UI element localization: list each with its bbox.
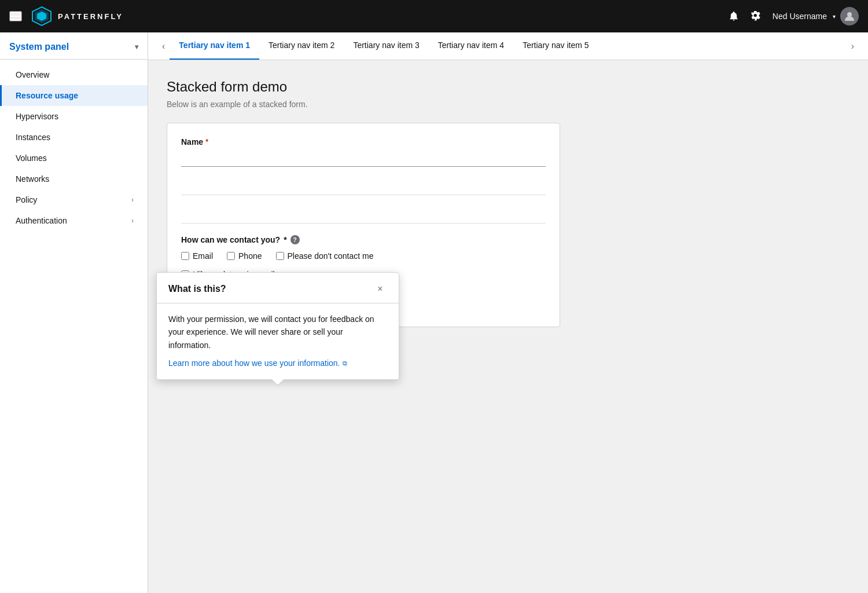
sidebar-title[interactable]: System panel ▾ [0,32,148,60]
page-title: Stacked form demo [167,79,849,95]
sidebar-nav: Overview Resource usage Hypervisors Inst… [0,60,148,236]
tertiary-nav-items: Tertiary nav item 1 Tertiary nav item 2 … [170,32,846,60]
hamburger-button[interactable] [9,11,22,21]
authentication-expand-icon: › [131,217,134,225]
sidebar-item-instances[interactable]: Instances [0,127,148,148]
checkbox-phone-label: Phone [238,251,262,261]
popover-header: What is this? × [157,273,399,303]
form-group-field2 [181,178,546,195]
avatar-icon [844,10,855,22]
logo-text: PATTERNFLY [58,12,123,21]
popover-link-text: Learn more about how we use your informa… [168,358,340,368]
external-link-icon: ⧉ [343,360,347,367]
popover-title: What is this? [168,284,226,294]
checkbox-email-input[interactable] [181,252,189,260]
tertiary-nav-item-5[interactable]: Tertiary nav item 5 [513,32,598,60]
layout: System panel ▾ Overview Resource usage H… [0,32,868,593]
tertiary-nav-item-3[interactable]: Tertiary nav item 3 [344,32,428,60]
header: PATTERNFLY Ned Username ▾ [0,0,868,32]
sidebar-item-volumes[interactable]: Volumes [0,148,148,169]
header-actions: Ned Username ▾ [729,7,859,25]
sidebar-item-authentication[interactable]: Authentication › [0,210,148,231]
popover-body-text: With your permission, we will contact yo… [168,313,387,352]
tertiary-nav-item-4[interactable]: Tertiary nav item 4 [429,32,513,60]
sidebar-item-networks[interactable]: Networks [0,169,148,189]
popover-link[interactable]: Learn more about how we use your informa… [168,358,347,368]
sidebar-item-policy[interactable]: Policy › [0,189,148,210]
sidebar-item-resource-usage[interactable]: Resource usage [0,85,148,106]
notifications-button[interactable] [729,11,739,21]
field3-input[interactable] [181,207,546,224]
logo-icon [31,6,52,27]
tertiary-nav: ‹ Tertiary nav item 1 Tertiary nav item … [148,32,868,60]
name-required-marker: * [205,138,208,146]
contact-required-marker: * [284,235,286,244]
gear-icon [751,11,761,21]
checkbox-email[interactable]: Email [181,251,213,261]
tertiary-nav-next-button[interactable]: › [847,41,859,52]
user-menu[interactable]: Ned Username ▾ [773,7,859,25]
help-icon[interactable]: ? [290,235,300,244]
field2-input[interactable] [181,178,546,195]
checkbox-no-contact-input[interactable] [276,252,284,260]
sidebar-title-label: System panel [9,42,69,52]
sidebar-title-caret-icon: ▾ [135,43,138,51]
contact-label: How can we contact you? * ? [181,235,546,244]
user-name: Ned Username [773,12,827,21]
sidebar-item-overview[interactable]: Overview [0,64,148,85]
name-label: Name * [181,137,546,147]
page-subtitle: Below is an example of a stacked form. [167,100,849,109]
name-input[interactable] [181,150,546,167]
checkbox-email-label: Email [193,251,213,261]
form-group-name: Name * [181,137,546,167]
contact-checkbox-group: Email Phone Please don't contact me [181,251,546,261]
checkbox-phone[interactable]: Phone [227,251,262,261]
user-caret-icon: ▾ [833,13,836,20]
logo: PATTERNFLY [31,6,123,27]
bell-icon [729,11,739,21]
checkbox-no-contact-label: Please don't contact me [288,251,374,261]
checkbox-no-contact[interactable]: Please don't contact me [276,251,374,261]
popover-close-button[interactable]: × [373,282,387,296]
sidebar-item-hypervisors[interactable]: Hypervisors [0,106,148,127]
svg-point-3 [847,12,852,17]
tertiary-nav-prev-button[interactable]: ‹ [157,41,170,52]
form-group-field3 [181,207,546,224]
sidebar: System panel ▾ Overview Resource usage H… [0,32,148,593]
checkbox-phone-input[interactable] [227,252,235,260]
popover: What is this? × With your permission, we… [156,272,399,380]
avatar [840,7,859,25]
policy-expand-icon: › [131,196,134,204]
tertiary-nav-item-2[interactable]: Tertiary nav item 2 [259,32,344,60]
settings-button[interactable] [751,11,761,21]
tertiary-nav-item-1[interactable]: Tertiary nav item 1 [170,32,259,60]
popover-body: With your permission, we will contact yo… [157,303,399,379]
